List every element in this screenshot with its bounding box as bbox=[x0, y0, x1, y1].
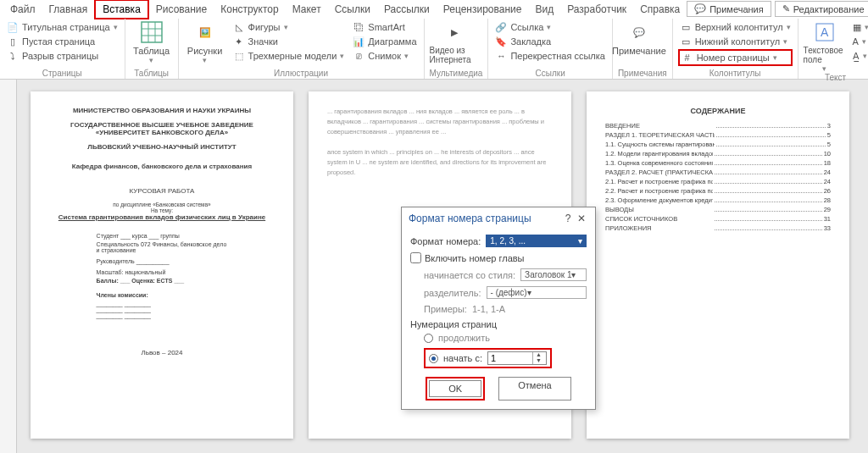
group-pages: 📄Титульная страница▾ ▯Пустая страница ⤵Р… bbox=[0, 19, 125, 79]
page-1[interactable]: МИНИСТЕРСТВО ОБРАЗОВАНИЯ И НАУКИ УКРАИНЫ… bbox=[31, 91, 293, 439]
menu-file[interactable]: Файл bbox=[3, 1, 42, 18]
svg-rect-0 bbox=[142, 22, 162, 42]
chart-icon: 📊 bbox=[353, 36, 364, 47]
3dmodels-button[interactable]: ⬚Трехмерные модели▾ bbox=[231, 49, 347, 63]
menu-layout[interactable]: Макет bbox=[286, 1, 328, 18]
student-line: Студент ___ курса ___ группы bbox=[97, 233, 228, 239]
toc-entry-page: 5 bbox=[827, 141, 831, 148]
examples-label: Примеры: bbox=[424, 304, 467, 314]
page-break-button[interactable]: ⤵Разрыв страницы bbox=[5, 49, 120, 63]
cross-reference-button[interactable]: ↔Перекрестная ссылка bbox=[493, 49, 607, 63]
menubar: Файл Главная Вставка Рисование Конструкт… bbox=[0, 0, 868, 19]
group-illustrations: 🖼️Рисунки▾ ◺Фигуры▾ ✦Значки ⬚Трехмерные … bbox=[179, 19, 425, 79]
toc-entry-text: ПРИЛОЖЕНИЯ bbox=[605, 224, 713, 232]
icons-button[interactable]: ✦Значки bbox=[231, 35, 347, 48]
menu-review[interactable]: Рецензирование bbox=[437, 1, 529, 18]
toc-entry-page: 3 bbox=[827, 122, 831, 130]
scale-line: Масштаб: национальный bbox=[97, 269, 228, 275]
dropcap-button[interactable]: A̲▾ bbox=[851, 49, 868, 63]
toc-entry-page: 33 bbox=[824, 224, 831, 232]
cube-icon: ⬚ bbox=[233, 50, 245, 62]
toc-entry-page: 10 bbox=[824, 150, 831, 157]
header-icon: ▭ bbox=[680, 21, 692, 33]
examples-value: 1-1, 1-A bbox=[472, 304, 505, 314]
menu-mailings[interactable]: Рассылки bbox=[377, 1, 437, 18]
separator-select[interactable]: - (дефис)▾ bbox=[487, 286, 587, 299]
page-container[interactable]: МИНИСТЕРСТВО ОБРАЗОВАНИЯ И НАУКИ УКРАИНЫ… bbox=[17, 80, 868, 453]
screenshot-button[interactable]: ⎚Снимок▾ bbox=[351, 49, 418, 63]
header-button[interactable]: ▭Верхний колонтитул▾ bbox=[678, 20, 793, 34]
toc-entry-text: ВЫВОДЫ bbox=[605, 206, 713, 213]
bookmark-button[interactable]: 🔖Закладка bbox=[493, 35, 607, 48]
shapes-button[interactable]: ◺Фигуры▾ bbox=[231, 20, 347, 34]
members-lines: ________ ________________ ______________… bbox=[97, 301, 228, 318]
footer-button[interactable]: ▭Нижний колонтитул▾ bbox=[678, 35, 793, 48]
comment-button[interactable]: 💬Примечание bbox=[618, 20, 660, 56]
toc-entry-page: 28 bbox=[824, 196, 831, 204]
icons-icon: ✦ bbox=[233, 36, 245, 47]
group-comments: 💬Примечание Примечания bbox=[613, 19, 673, 79]
group-media: ▶Видео из Интернета Мультимедиа bbox=[425, 19, 489, 79]
continue-radio[interactable] bbox=[424, 334, 433, 343]
quickparts-button[interactable]: ▦▾ bbox=[851, 20, 868, 34]
menu-design[interactable]: Конструктор bbox=[214, 1, 285, 18]
menu-home[interactable]: Главная bbox=[42, 1, 95, 18]
group-tables: Таблица▾ Таблицы bbox=[125, 19, 179, 79]
toc-entry-text: 2.1. Расчет и построение графика погашен… bbox=[605, 178, 713, 185]
smartart-button[interactable]: ⿻SmartArt bbox=[351, 20, 418, 34]
menu-developer[interactable]: Разработчик bbox=[560, 1, 633, 18]
bookmark-icon: 🔖 bbox=[495, 36, 507, 47]
toc-entry-text: 2.3. Оформление документов кредитного де… bbox=[605, 196, 713, 204]
menu-draw[interactable]: Рисование bbox=[149, 1, 214, 18]
title-ministry: МИНИСТЕРСТВО ОБРАЗОВАНИЯ И НАУКИ УКРАИНЫ bbox=[53, 107, 271, 114]
cover-page-button[interactable]: 📄Титульная страница▾ bbox=[5, 20, 120, 34]
department: Кафедра финансов, банковского дела и стр… bbox=[53, 163, 271, 170]
spin-down[interactable]: ▼ bbox=[533, 358, 544, 364]
pictures-icon: 🖼️ bbox=[193, 20, 217, 44]
starts-style-select[interactable]: Заголовок 1▾ bbox=[520, 268, 587, 281]
table-button[interactable]: Таблица▾ bbox=[131, 20, 173, 64]
separator-label: разделитель: bbox=[424, 288, 481, 298]
dialog-title: Формат номера страницы bbox=[409, 213, 531, 224]
start-at-spinner[interactable]: ▲▼ bbox=[487, 351, 547, 365]
page-number-button[interactable]: #Номер страницы▾ bbox=[678, 49, 793, 66]
page-3[interactable]: СОДЕРЖАНИЕ ВВЕДЕНИЕ3РАЗДЕЛ 1. ТЕОРЕТИЧЕС… bbox=[587, 91, 849, 439]
start-at-radio[interactable] bbox=[429, 354, 438, 363]
title-university: ГОСУДАРСТВЕННОЕ ВЫСШЕЕ УЧЕБНОЕ ЗАВЕДЕНИЕ… bbox=[53, 121, 271, 136]
toc-entry-text: СПИСОК ИСТОЧНИКОВ bbox=[605, 215, 713, 223]
toc-entry-text: 1.1. Сущность системы гарантирования вкл… bbox=[605, 141, 715, 148]
cancel-button[interactable]: Отмена bbox=[498, 377, 570, 401]
close-button[interactable]: ✕ bbox=[575, 213, 588, 224]
table-icon bbox=[140, 20, 164, 44]
specialty-line: Специальность 072 Финансы, банковское де… bbox=[97, 241, 228, 253]
toc-list: ВВЕДЕНИЕ3РАЗДЕЛ 1. ТЕОРЕТИЧЕСКАЯ ЧАСТЬ. … bbox=[605, 122, 831, 232]
footer-icon: ▭ bbox=[680, 36, 692, 47]
online-video-button[interactable]: ▶Видео из Интернета bbox=[430, 20, 479, 64]
wordart-button[interactable]: A▾ bbox=[851, 35, 868, 48]
number-format-select[interactable]: 1, 2, 3, ...▾ bbox=[486, 235, 587, 247]
page-icon: 📄 bbox=[7, 21, 19, 33]
group-links: 🔗Ссылка▾ 🔖Закладка ↔Перекрестная ссылка … bbox=[488, 19, 613, 79]
ok-button[interactable]: OK bbox=[429, 380, 481, 397]
toc-entry-text: 1.3. Оценка современного состояния функц… bbox=[605, 159, 713, 167]
menu-references[interactable]: Ссылки bbox=[328, 1, 377, 18]
menu-help[interactable]: Справка bbox=[633, 1, 687, 18]
work-type: КУРСОВАЯ РАБОТА bbox=[53, 187, 271, 195]
include-chapter-checkbox[interactable] bbox=[410, 252, 421, 263]
chart-button[interactable]: 📊Диаграмма bbox=[351, 35, 418, 48]
comments-button[interactable]: 💬Примечания bbox=[687, 1, 771, 17]
help-button[interactable]: ? bbox=[561, 213, 575, 224]
blank-page-button[interactable]: ▯Пустая страница bbox=[5, 35, 120, 48]
menu-insert[interactable]: Вставка bbox=[94, 0, 149, 19]
editing-mode-button[interactable]: ✎Редактирование▾ bbox=[775, 1, 868, 17]
link-button[interactable]: 🔗Ссылка▾ bbox=[493, 20, 607, 34]
textbox-button[interactable]: AТекстовое поле▾ bbox=[804, 20, 846, 73]
start-at-input[interactable] bbox=[488, 352, 532, 364]
page2-body-text: ... гарантирования вкладов ... ния вклад… bbox=[327, 107, 553, 178]
pictures-button[interactable]: 🖼️Рисунки▾ bbox=[184, 20, 226, 64]
link-icon: 🔗 bbox=[495, 21, 507, 33]
members-label: Члены комиссии: bbox=[97, 292, 228, 298]
starts-style-label: начинается со стиля: bbox=[424, 270, 515, 280]
menu-view[interactable]: Вид bbox=[528, 1, 560, 18]
numbering-section-label: Нумерация страниц bbox=[410, 319, 587, 329]
